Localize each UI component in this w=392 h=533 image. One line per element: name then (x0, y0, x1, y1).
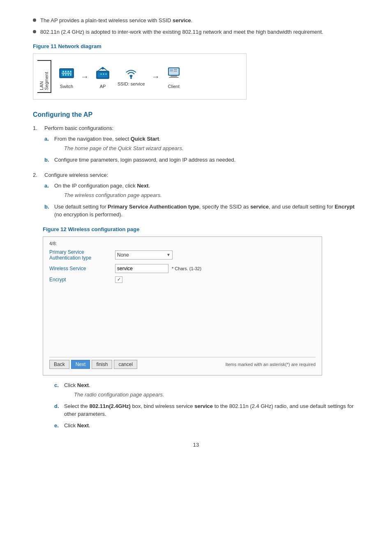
step-2d-alpha: d. (54, 402, 64, 410)
bullet-dot-2 (33, 30, 36, 33)
step-1-num: 1. (33, 124, 44, 132)
step-1a-content: From the navigation tree, select Quick S… (54, 135, 184, 153)
step-2c-subtext: The radio configuration page appears. (74, 391, 164, 399)
finish-button[interactable]: finish (92, 360, 112, 369)
steps-list: 1. Perform basic configurations: a. From… (33, 124, 359, 222)
wifi-icon (124, 67, 138, 81)
step-2a-subtext: The wireless configuration page appears. (64, 191, 162, 199)
step-1b-text: Configure time parameters, login passwor… (54, 157, 235, 163)
arrow-2: → (152, 72, 160, 81)
svg-rect-22 (170, 69, 173, 72)
bullet-dot-1 (33, 19, 36, 22)
step-1a-alpha: a. (44, 135, 54, 143)
form-row-2: Wireless Service * Chars. (1-32) (49, 264, 316, 273)
step-1a: a. From the navigation tree, select Quic… (44, 135, 235, 153)
form-control-wireless: * Chars. (1-32) (115, 264, 201, 273)
form-control-encrypt: ✓ (115, 276, 122, 283)
bullet-text-1: The AP provides a plain-text wireless se… (40, 16, 192, 25)
lan-segment-label: LAN Segment (37, 60, 51, 93)
svg-point-9 (67, 74, 69, 76)
step-2b-alpha: b. (44, 203, 54, 211)
step-2b-text: Use default setting for Primary Service … (54, 204, 355, 218)
switch-label: Switch (60, 84, 73, 89)
svg-point-8 (65, 74, 67, 76)
step-2e-content: Click Next. (64, 422, 90, 430)
step-2d-text: Select the 802.11n(2.4GHz) box, bind wir… (64, 403, 354, 417)
back-button[interactable]: Back (49, 360, 69, 369)
figure12-box: 4/8: Primary Service Authentication type… (43, 236, 322, 375)
step-2c-content: Click Next. The radio configuration page… (64, 381, 164, 399)
switch-icon (58, 64, 76, 82)
svg-point-5 (67, 71, 69, 72)
step-2e-text: Click Next. (64, 422, 90, 429)
substeps-after-figure: c. Click Next. The radio configuration p… (54, 381, 359, 430)
step-2c: c. Click Next. The radio configuration p… (54, 381, 359, 399)
intro-bullets: The AP provides a plain-text wireless se… (33, 16, 359, 36)
svg-point-17 (130, 77, 132, 79)
wifi-ssid: SSID: service (118, 67, 145, 86)
step-2a-alpha: a. (44, 182, 54, 190)
section-heading: Configuring the AP (33, 111, 359, 118)
client-icon (165, 64, 183, 82)
svg-point-7 (62, 74, 64, 76)
bullet-item-2: 802.11n (2.4 GHz) is adopted to inter-wo… (33, 28, 359, 36)
step-1-substeps: a. From the navigation tree, select Quic… (44, 135, 235, 164)
client-label: Client (168, 84, 180, 89)
svg-rect-21 (169, 77, 179, 78)
step-1b: b. Configure time parameters, login pass… (44, 156, 235, 164)
svg-point-3 (62, 71, 64, 72)
svg-rect-24 (174, 71, 177, 72)
diagram-content: Switch → AP SSID: (58, 64, 238, 89)
form-row-3: Encrypt ✓ (49, 276, 316, 283)
step-1-content: Perform basic configurations: a. From th… (44, 124, 235, 167)
select-arrow-icon: ▼ (166, 253, 171, 257)
step-2b-content: Use default setting for Primary Service … (54, 203, 359, 219)
form-label-wireless: Wireless Service (49, 266, 115, 271)
config-footer: Back Next finish cancel Items marked wit… (49, 357, 316, 369)
step-2-text: Configure wireless service: (44, 172, 108, 178)
step-2d: d. Select the 802.11n(2.4GHz) box, bind … (54, 402, 359, 418)
step-2: 2. Configure wireless service: a. On the… (33, 171, 359, 222)
svg-point-16 (106, 74, 107, 75)
client-node: Client (165, 64, 183, 89)
step-1b-content: Configure time parameters, login passwor… (54, 156, 235, 164)
step-1b-alpha: b. (44, 156, 54, 164)
svg-point-15 (103, 74, 104, 75)
step-2d-content: Select the 802.11n(2.4GHz) box, bind wir… (64, 402, 359, 418)
svg-point-4 (65, 71, 67, 72)
step-2a-text: On the IP configuration page, click Next… (54, 183, 150, 189)
cancel-button[interactable]: cancel (114, 360, 137, 369)
figure12-title: Figure 12 Wireless configuration page (43, 226, 359, 232)
svg-rect-12 (98, 72, 108, 77)
form-label-encrypt: Encrypt (49, 277, 115, 283)
step-1a-subtext: The home page of the Quick Start wizard … (64, 144, 184, 153)
step-2-content: Configure wireless service: a. On the IP… (44, 171, 359, 222)
config-page-id: 4/8: (49, 241, 316, 246)
ap-icon (94, 64, 112, 82)
step-2a: a. On the IP configuration page, click N… (44, 182, 359, 199)
wireless-service-input[interactable] (115, 264, 168, 273)
arrow-1: → (81, 72, 89, 81)
form-row-1: Primary Service Authentication type None… (49, 249, 316, 261)
step-2e-alpha: e. (54, 422, 64, 430)
encrypt-checkbox[interactable]: ✓ (115, 276, 122, 283)
footer-note: Items marked with an asterisk(*) are req… (226, 362, 316, 367)
auth-select[interactable]: None ▼ (115, 250, 173, 260)
step-1-text: Perform basic configurations: (44, 125, 113, 131)
form-label-auth: Primary Service Authentication type (49, 249, 115, 261)
figure11-title: Figure 11 Network diagram (33, 43, 359, 49)
form-control-auth: None ▼ (115, 250, 173, 260)
step-2c-alpha: c. (54, 381, 64, 389)
step-1a-text: From the navigation tree, select Quick S… (54, 136, 161, 142)
svg-point-14 (101, 74, 102, 75)
bullet-item-1: The AP provides a plain-text wireless se… (33, 16, 359, 25)
ap-node: AP (94, 64, 112, 89)
svg-point-10 (70, 74, 71, 76)
step-2-substeps: a. On the IP configuration page, click N… (44, 182, 359, 219)
step-2a-content: On the IP configuration page, click Next… (54, 182, 162, 199)
svg-rect-23 (174, 69, 177, 70)
next-button[interactable]: Next (71, 360, 90, 369)
page-number: 13 (33, 442, 359, 448)
svg-point-6 (70, 71, 71, 72)
auth-select-value: None (117, 252, 129, 258)
